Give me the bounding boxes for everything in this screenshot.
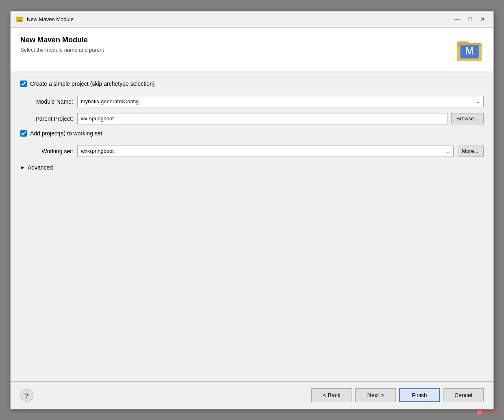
dialog-subtitle: Select the module name and parent — [20, 47, 104, 53]
parent-project-input[interactable] — [77, 113, 448, 124]
dialog-footer: ? < Back Next > Finish Cancel — [11, 381, 493, 409]
svg-text:M: M — [465, 45, 474, 57]
parent-project-label: Parent Project: — [20, 115, 73, 122]
header-text: New Maven Module Select the module name … — [20, 36, 104, 53]
title-bar-controls: — □ ✕ — [451, 15, 489, 24]
help-button[interactable]: ? — [20, 389, 33, 402]
close-button[interactable]: ✕ — [477, 15, 489, 24]
module-name-dropdown-arrow: ⌄ — [476, 99, 480, 104]
working-set-label: Working set: — [20, 148, 73, 155]
dialog-title: New Maven Module — [20, 36, 104, 44]
svg-rect-3 — [18, 17, 20, 18]
parent-project-row: Parent Project: Browse... — [20, 113, 484, 124]
advanced-arrow-icon: ► — [20, 165, 25, 170]
titlebar-maven-icon: M — [15, 15, 24, 23]
footer-left: ? — [20, 389, 33, 402]
simple-project-label[interactable]: Create a simple project (skip archetype … — [30, 81, 155, 87]
dialog-body: Create a simple project (skip archetype … — [11, 72, 493, 381]
module-name-label: Module Name: — [20, 98, 73, 105]
add-working-set-row: Add project(s) to working set — [20, 130, 484, 137]
maximize-button[interactable]: □ — [464, 15, 476, 24]
dialog-header: New Maven Module Select the module name … — [11, 28, 493, 72]
dialog-window: M New Maven Module — □ ✕ New Maven Modul… — [10, 11, 494, 409]
simple-project-checkbox[interactable] — [20, 81, 27, 87]
parent-project-input-wrap: Browse... — [77, 113, 484, 124]
advanced-label: Advanced — [28, 164, 53, 171]
cancel-button[interactable]: Cancel — [443, 388, 484, 402]
working-set-input-wrap: wx-springboot ⌄ More... — [77, 146, 484, 157]
working-set-row: Working set: wx-springboot ⌄ More... — [20, 146, 484, 157]
add-working-set-checkbox[interactable] — [20, 130, 27, 137]
svg-text:亿: 亿 — [478, 410, 482, 414]
simple-project-row: Create a simple project (skip archetype … — [20, 81, 484, 87]
advanced-section[interactable]: ► Advanced — [20, 164, 484, 171]
module-name-dropdown[interactable]: mybatis-generatorConfig ⌄ — [77, 96, 484, 107]
watermark: 亿 亿速云 — [476, 408, 499, 415]
working-set-value: wx-springboot — [81, 148, 114, 154]
title-bar: M New Maven Module — □ ✕ — [11, 11, 493, 28]
more-button[interactable]: More... — [457, 146, 484, 157]
maven-logo-icon: M — [455, 36, 484, 64]
svg-text:M: M — [18, 19, 21, 22]
working-set-section: Add project(s) to working set Working se… — [20, 130, 484, 157]
module-name-input-wrap: mybatis-generatorConfig ⌄ — [77, 96, 484, 107]
back-button[interactable]: < Back — [311, 388, 352, 402]
module-name-value: mybatis-generatorConfig — [81, 98, 139, 104]
working-set-dropdown[interactable]: wx-springboot ⌄ — [77, 146, 454, 157]
watermark-text: 亿速云 — [484, 408, 499, 415]
titlebar-title: New Maven Module — [27, 16, 74, 22]
footer-right: < Back Next > Finish Cancel — [311, 388, 484, 402]
module-name-row: Module Name: mybatis-generatorConfig ⌄ — [20, 96, 484, 107]
next-button[interactable]: Next > — [355, 388, 396, 402]
working-set-dropdown-arrow: ⌄ — [446, 148, 450, 154]
minimize-button[interactable]: — — [451, 15, 463, 24]
watermark-icon: 亿 — [476, 409, 483, 415]
add-working-set-label[interactable]: Add project(s) to working set — [30, 130, 102, 137]
title-bar-left: M New Maven Module — [15, 15, 74, 23]
finish-button[interactable]: Finish — [399, 388, 440, 402]
browse-button[interactable]: Browse... — [451, 113, 484, 124]
